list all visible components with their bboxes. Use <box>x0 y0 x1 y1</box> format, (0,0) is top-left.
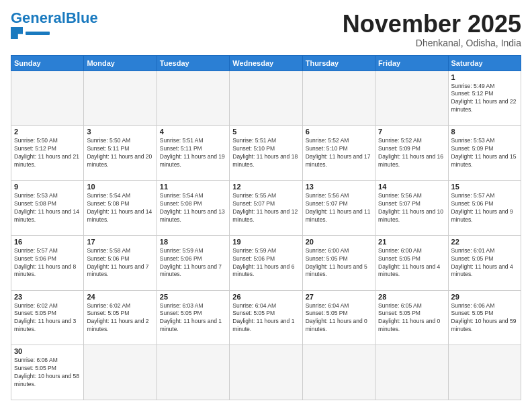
calendar-cell: 16Sunrise: 5:57 AM Sunset: 5:06 PM Dayli… <box>11 235 84 290</box>
calendar-cell <box>157 345 229 400</box>
calendar-cell: 8Sunrise: 5:53 AM Sunset: 5:09 PM Daylig… <box>448 126 521 181</box>
day-number: 19 <box>232 238 299 246</box>
calendar-cell: 20Sunrise: 6:00 AM Sunset: 5:05 PM Dayli… <box>302 235 375 290</box>
calendar-cell: 10Sunrise: 5:54 AM Sunset: 5:08 PM Dayli… <box>84 181 157 236</box>
calendar-table: SundayMondayTuesdayWednesdayThursdayFrid… <box>11 55 521 400</box>
day-info: Sunrise: 5:53 AM Sunset: 5:08 PM Dayligh… <box>14 192 81 224</box>
day-info: Sunrise: 6:02 AM Sunset: 5:05 PM Dayligh… <box>87 302 153 334</box>
weekday-header-wednesday: Wednesday <box>230 55 302 71</box>
logo-underline <box>26 32 50 35</box>
logo-blue: Blue <box>66 9 98 26</box>
location: Dhenkanal, Odisha, India <box>343 38 521 48</box>
day-number: 21 <box>378 238 445 246</box>
day-number: 5 <box>232 128 299 136</box>
day-info: Sunrise: 5:50 AM Sunset: 5:12 PM Dayligh… <box>14 137 81 169</box>
calendar-cell <box>84 71 157 126</box>
logo-text: GeneralBlue <box>11 11 98 26</box>
calendar-cell <box>84 345 157 400</box>
day-info: Sunrise: 5:56 AM Sunset: 5:07 PM Dayligh… <box>378 192 445 224</box>
calendar-cell: 15Sunrise: 5:57 AM Sunset: 5:06 PM Dayli… <box>448 181 521 236</box>
month-title: November 2025 <box>343 11 521 38</box>
day-info: Sunrise: 6:04 AM Sunset: 5:05 PM Dayligh… <box>306 302 372 334</box>
calendar-cell: 7Sunrise: 5:52 AM Sunset: 5:09 PM Daylig… <box>375 126 448 181</box>
day-number: 4 <box>160 128 226 136</box>
calendar-row-1: 1Sunrise: 5:49 AM Sunset: 5:12 PM Daylig… <box>11 71 521 126</box>
weekday-header-sunday: Sunday <box>11 55 84 71</box>
header: GeneralBlue November 2025 Dhenkanal, Odi… <box>11 11 521 48</box>
calendar-cell: 3Sunrise: 5:50 AM Sunset: 5:11 PM Daylig… <box>84 126 157 181</box>
calendar-row-2: 2Sunrise: 5:50 AM Sunset: 5:12 PM Daylig… <box>11 126 521 181</box>
calendar-cell: 27Sunrise: 6:04 AM Sunset: 5:05 PM Dayli… <box>302 290 375 345</box>
calendar-header-row: SundayMondayTuesdayWednesdayThursdayFrid… <box>11 55 521 71</box>
weekday-header-monday: Monday <box>84 55 157 71</box>
weekday-header-thursday: Thursday <box>302 55 375 71</box>
day-number: 25 <box>160 293 226 301</box>
calendar-cell: 14Sunrise: 5:56 AM Sunset: 5:07 PM Dayli… <box>375 181 448 236</box>
day-number: 18 <box>160 238 226 246</box>
day-info: Sunrise: 6:03 AM Sunset: 5:05 PM Dayligh… <box>160 302 226 334</box>
day-info: Sunrise: 6:05 AM Sunset: 5:05 PM Dayligh… <box>378 302 445 334</box>
day-number: 12 <box>232 183 299 191</box>
day-info: Sunrise: 5:55 AM Sunset: 5:07 PM Dayligh… <box>232 192 299 224</box>
page: GeneralBlue November 2025 Dhenkanal, Odi… <box>0 0 532 411</box>
calendar-cell <box>11 71 84 126</box>
calendar-cell <box>230 71 302 126</box>
day-number: 30 <box>14 347 81 355</box>
day-info: Sunrise: 5:52 AM Sunset: 5:09 PM Dayligh… <box>378 137 445 169</box>
calendar-cell: 22Sunrise: 6:01 AM Sunset: 5:05 PM Dayli… <box>448 235 521 290</box>
day-info: Sunrise: 5:51 AM Sunset: 5:10 PM Dayligh… <box>232 137 299 169</box>
calendar-cell: 18Sunrise: 5:59 AM Sunset: 5:06 PM Dayli… <box>157 235 229 290</box>
day-info: Sunrise: 5:57 AM Sunset: 5:06 PM Dayligh… <box>14 247 81 279</box>
calendar-row-6: 30Sunrise: 6:06 AM Sunset: 5:05 PM Dayli… <box>11 345 521 400</box>
day-info: Sunrise: 6:06 AM Sunset: 5:05 PM Dayligh… <box>14 357 81 389</box>
day-number: 26 <box>232 293 299 301</box>
day-info: Sunrise: 5:58 AM Sunset: 5:06 PM Dayligh… <box>87 247 153 279</box>
calendar-row-3: 9Sunrise: 5:53 AM Sunset: 5:08 PM Daylig… <box>11 181 521 236</box>
calendar-cell: 29Sunrise: 6:06 AM Sunset: 5:05 PM Dayli… <box>448 290 521 345</box>
day-info: Sunrise: 5:49 AM Sunset: 5:12 PM Dayligh… <box>451 83 518 115</box>
calendar-cell: 1Sunrise: 5:49 AM Sunset: 5:12 PM Daylig… <box>448 71 521 126</box>
calendar-cell: 2Sunrise: 5:50 AM Sunset: 5:12 PM Daylig… <box>11 126 84 181</box>
calendar-cell <box>375 345 448 400</box>
day-info: Sunrise: 5:56 AM Sunset: 5:07 PM Dayligh… <box>306 192 372 224</box>
day-number: 24 <box>87 293 153 301</box>
day-number: 28 <box>378 293 445 301</box>
calendar-cell: 24Sunrise: 6:02 AM Sunset: 5:05 PM Dayli… <box>84 290 157 345</box>
day-info: Sunrise: 5:54 AM Sunset: 5:08 PM Dayligh… <box>160 192 226 224</box>
day-number: 11 <box>160 183 226 191</box>
day-info: Sunrise: 6:06 AM Sunset: 5:05 PM Dayligh… <box>451 302 518 334</box>
day-number: 2 <box>14 128 81 136</box>
day-number: 8 <box>451 128 518 136</box>
day-number: 29 <box>451 293 518 301</box>
day-info: Sunrise: 5:59 AM Sunset: 5:06 PM Dayligh… <box>160 247 226 279</box>
logo-icon <box>11 27 23 39</box>
calendar-cell: 19Sunrise: 5:59 AM Sunset: 5:06 PM Dayli… <box>230 235 302 290</box>
calendar-cell <box>302 71 375 126</box>
day-number: 23 <box>14 293 81 301</box>
day-number: 15 <box>451 183 518 191</box>
day-number: 9 <box>14 183 81 191</box>
calendar-cell: 4Sunrise: 5:51 AM Sunset: 5:11 PM Daylig… <box>157 126 229 181</box>
day-info: Sunrise: 5:50 AM Sunset: 5:11 PM Dayligh… <box>87 137 153 169</box>
calendar-cell: 23Sunrise: 6:02 AM Sunset: 5:05 PM Dayli… <box>11 290 84 345</box>
calendar-cell: 6Sunrise: 5:52 AM Sunset: 5:10 PM Daylig… <box>302 126 375 181</box>
day-number: 14 <box>378 183 445 191</box>
day-number: 10 <box>87 183 153 191</box>
calendar-cell: 13Sunrise: 5:56 AM Sunset: 5:07 PM Dayli… <box>302 181 375 236</box>
weekday-header-tuesday: Tuesday <box>157 55 229 71</box>
calendar-cell: 12Sunrise: 5:55 AM Sunset: 5:07 PM Dayli… <box>230 181 302 236</box>
calendar-cell: 5Sunrise: 5:51 AM Sunset: 5:10 PM Daylig… <box>230 126 302 181</box>
calendar-cell: 11Sunrise: 5:54 AM Sunset: 5:08 PM Dayli… <box>157 181 229 236</box>
calendar-cell: 25Sunrise: 6:03 AM Sunset: 5:05 PM Dayli… <box>157 290 229 345</box>
logo-general: General <box>11 9 66 26</box>
day-info: Sunrise: 5:59 AM Sunset: 5:06 PM Dayligh… <box>232 247 299 279</box>
calendar-cell <box>302 345 375 400</box>
calendar-cell <box>448 345 521 400</box>
calendar-cell: 30Sunrise: 6:06 AM Sunset: 5:05 PM Dayli… <box>11 345 84 400</box>
weekday-header-saturday: Saturday <box>448 55 521 71</box>
day-info: Sunrise: 5:51 AM Sunset: 5:11 PM Dayligh… <box>160 137 226 169</box>
day-info: Sunrise: 5:54 AM Sunset: 5:08 PM Dayligh… <box>87 192 153 224</box>
day-info: Sunrise: 5:57 AM Sunset: 5:06 PM Dayligh… <box>451 192 518 224</box>
calendar-body: 1Sunrise: 5:49 AM Sunset: 5:12 PM Daylig… <box>11 71 521 400</box>
day-number: 3 <box>87 128 153 136</box>
